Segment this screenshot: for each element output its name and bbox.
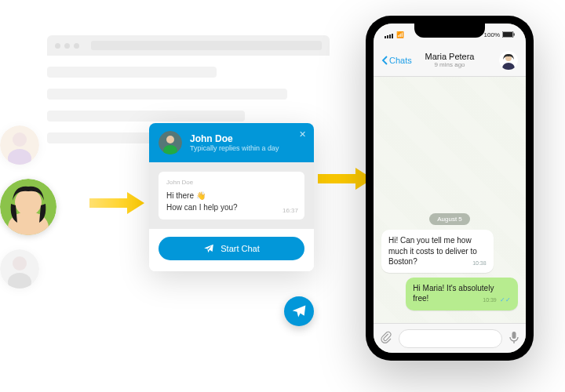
svg-rect-13 <box>503 32 512 37</box>
message-text: Hi! Can you tell me how much it costs to… <box>388 236 477 266</box>
message-time: 10:38 <box>472 260 487 267</box>
message-input[interactable] <box>399 329 502 348</box>
widget-body: John Doe Hi there 👋 How can I help you? … <box>149 162 314 229</box>
agent-name: John Doe <box>190 133 279 144</box>
widget-header: ✕ John Doe Typically replies within a da… <box>149 123 314 162</box>
svg-point-7 <box>13 256 27 270</box>
svg-rect-14 <box>514 34 515 36</box>
signal-icon: 📶 <box>385 31 404 38</box>
date-pill: August 5 <box>429 213 470 225</box>
phone-notch <box>414 24 485 38</box>
mic-icon[interactable] <box>508 331 519 346</box>
message-outgoing: Hi Maria! It's absolutely free! 10:39 ✓✓ <box>406 278 518 310</box>
chat-area[interactable]: August 5 Hi! Can you tell me how much it… <box>374 77 526 323</box>
browser-toolbar <box>47 35 330 56</box>
close-icon[interactable]: ✕ <box>299 129 306 140</box>
telegram-fab[interactable] <box>284 296 314 326</box>
telegram-icon <box>203 243 214 254</box>
start-chat-label: Start Chat <box>221 244 260 253</box>
svg-point-1 <box>13 132 27 147</box>
arrow-icon <box>89 192 144 214</box>
chat-topbar: Chats Maria Petera 9 mins ago <box>374 44 526 77</box>
phone-frame: 📶 100% Chats Maria Petera 9 mins ago Aug… <box>366 16 534 361</box>
message-line: Hi there 👋 <box>166 190 297 201</box>
message-time: 10:39 <box>483 297 497 303</box>
arrow-icon <box>318 168 373 190</box>
start-chat-button[interactable]: Start Chat <box>159 237 304 260</box>
svg-rect-18 <box>512 332 516 339</box>
attach-icon[interactable] <box>380 331 392 346</box>
avatar <box>0 125 39 165</box>
message-text: Hi Maria! It's absolutely free! <box>413 284 494 303</box>
chat-widget: ✕ John Doe Typically replies within a da… <box>149 123 314 271</box>
battery-percent: 100% <box>484 31 500 38</box>
avatar-featured <box>0 179 56 235</box>
contact-avatar[interactable] <box>499 51 518 70</box>
avatar <box>0 249 39 289</box>
message-time: 16:37 <box>282 206 298 216</box>
agent-subtitle: Typically replies within a day <box>190 144 279 152</box>
phone-screen: 📶 100% Chats Maria Petera 9 mins ago Aug… <box>374 24 526 353</box>
message-sender: John Doe <box>166 178 297 187</box>
chevron-left-icon <box>381 56 388 65</box>
message-line: How can I help you? <box>166 201 297 213</box>
avatar-stack <box>0 125 56 289</box>
battery-icon <box>502 31 515 38</box>
svg-point-5 <box>15 189 42 216</box>
agent-message: John Doe Hi there 👋 How can I help you? … <box>159 172 304 220</box>
contact-name: Maria Petera <box>425 52 475 61</box>
svg-point-10 <box>166 136 174 143</box>
back-button[interactable]: Chats <box>381 56 412 65</box>
contact-status: 9 mins ago <box>425 61 475 68</box>
chat-input-bar <box>374 323 526 353</box>
telegram-icon <box>291 303 307 319</box>
back-label: Chats <box>389 56 412 65</box>
message-incoming: Hi! Can you tell me how much it costs to… <box>381 230 494 273</box>
widget-footer: Start Chat <box>149 229 314 271</box>
read-checks-icon: ✓✓ <box>498 296 511 303</box>
agent-avatar <box>159 131 182 154</box>
